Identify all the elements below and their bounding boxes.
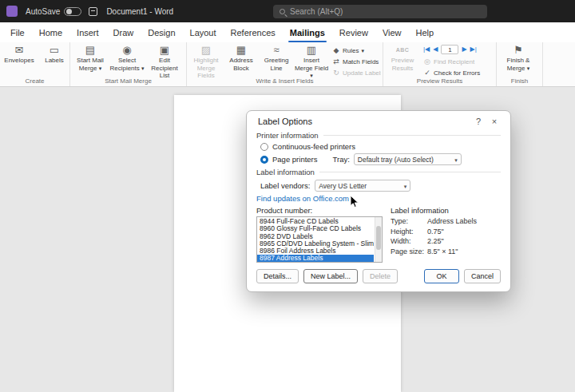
tab-references[interactable]: References <box>224 22 283 42</box>
product-list-item[interactable]: 8962 DVD Labels <box>257 233 374 240</box>
autosave-toggle[interactable] <box>64 7 81 16</box>
group-label-preview-results: Preview Results <box>385 77 494 86</box>
width-value: 2.25" <box>427 237 444 245</box>
width-label: Width: <box>391 237 427 245</box>
height-value: 0.75" <box>427 228 444 236</box>
chevron-down-icon <box>404 182 407 190</box>
address-block-button[interactable]: ▦ Address Block <box>224 43 259 72</box>
envelopes-button[interactable]: ✉ Envelopes <box>2 43 37 65</box>
ribbon-tab-bar: File Home Insert Draw Design Layout Refe… <box>0 22 575 42</box>
new-label-button[interactable]: New Label... <box>303 269 358 283</box>
autosave-control: AutoSave <box>26 7 81 16</box>
find-recipient-icon: ◎ <box>423 57 431 65</box>
record-number-input[interactable] <box>441 45 458 54</box>
product-list-item[interactable]: 8986 Foil Address Labels <box>257 247 374 255</box>
tab-draw[interactable]: Draw <box>106 22 141 42</box>
product-list-item[interactable]: 8960 Glossy Full-Face CD Labels <box>257 225 374 232</box>
ribbon-group-finish: ⚑ Finish & Merge Finish <box>497 42 543 86</box>
mouse-cursor-icon <box>350 195 359 209</box>
tray-group: Tray: Default tray (Auto Select) <box>333 153 462 165</box>
rules-icon: ◆ <box>332 46 340 54</box>
previous-record-button[interactable]: ◀ <box>433 45 438 54</box>
toggle-knob <box>66 9 72 14</box>
group-label-write-insert-fields: Write & Insert Fields <box>188 77 381 86</box>
tab-design[interactable]: Design <box>141 22 182 42</box>
first-record-button[interactable]: |◀ <box>423 45 430 54</box>
chevron-down-icon <box>527 65 530 72</box>
help-icon[interactable]: ? <box>470 117 486 126</box>
page-size-value: 8.5" × 11" <box>427 247 458 255</box>
preview-results-icon: ABC <box>396 44 410 57</box>
radio-selected-icon <box>260 156 268 164</box>
finish-merge-button[interactable]: ⚑ Finish & Merge <box>498 43 538 72</box>
tab-review[interactable]: Review <box>332 22 375 42</box>
chevron-down-icon <box>310 72 313 77</box>
scrollbar-thumb[interactable] <box>376 226 381 250</box>
update-labels-icon: ↻ <box>332 69 340 77</box>
check-for-errors-icon: ✓ <box>423 69 431 77</box>
tab-mailings[interactable]: Mailings <box>283 22 332 42</box>
type-value: Address Labels <box>427 217 477 225</box>
start-mail-merge-button[interactable]: ▤ Start Mail Merge <box>72 43 109 72</box>
match-fields-button[interactable]: ⇄ Match Fields <box>332 57 381 65</box>
ribbon-group-preview-results: ABC Preview Results |◀ ◀ ▶ ▶| ◎ Find Rec… <box>383 42 497 86</box>
check-for-errors-button[interactable]: ✓ Check for Errors <box>423 69 480 77</box>
tab-insert[interactable]: Insert <box>69 22 106 42</box>
label-vendors-row: Label vendors: Avery US Letter <box>260 180 501 192</box>
page-printers-radio[interactable]: Page printers Tray: Default tray (Auto S… <box>260 153 501 165</box>
tab-home[interactable]: Home <box>32 22 69 42</box>
next-record-button[interactable]: ▶ <box>462 45 466 54</box>
chevron-down-icon <box>141 65 145 72</box>
address-block-icon: ▦ <box>236 44 246 57</box>
edit-recipient-list-button[interactable]: ▣ Edit Recipient List <box>145 43 184 77</box>
details-button[interactable]: Details... <box>256 269 299 283</box>
tab-file[interactable]: File <box>3 22 32 42</box>
list-scrollbar[interactable] <box>375 217 382 262</box>
word-logo-icon <box>6 6 18 17</box>
save-icon[interactable] <box>89 7 97 16</box>
ok-button[interactable]: OK <box>424 269 459 283</box>
select-recipients-button[interactable]: ◉ Select Recipients <box>109 43 145 72</box>
continuous-feed-printers-radio[interactable]: Continuous-feed printers <box>260 142 501 151</box>
insert-merge-field-button[interactable]: ▥ Insert Merge Field <box>294 43 329 77</box>
label-vendors-select[interactable]: Avery US Letter <box>315 180 410 192</box>
tab-help[interactable]: Help <box>409 22 442 42</box>
label-vendors-label: Label vendors: <box>260 181 310 190</box>
ribbon-group-write-insert-fields: ▨ Highlight Merge Fields ▦ Address Block… <box>187 42 383 86</box>
document-title: Document1 - Word <box>106 7 173 16</box>
radio-unselected-icon <box>260 143 268 151</box>
close-icon[interactable]: × <box>486 117 502 126</box>
labels-icon: ▭ <box>50 44 59 57</box>
product-list-item-selected[interactable]: 8987 Address Labels <box>257 255 374 262</box>
tray-label: Tray: <box>333 155 350 164</box>
word-app-window: AutoSave Document1 - Word File Home Inse… <box>0 0 575 392</box>
dialog-title: Label Options <box>258 117 470 126</box>
tab-layout[interactable]: Layout <box>183 22 224 42</box>
height-label: Height: <box>391 228 427 236</box>
edit-recipient-list-icon: ▣ <box>160 44 169 57</box>
product-list-item[interactable]: 8944 Full-Face CD Labels <box>257 218 374 225</box>
tray-select[interactable]: Default tray (Auto Select) <box>354 153 462 165</box>
match-fields-icon: ⇄ <box>332 57 340 65</box>
autosave-label: AutoSave <box>26 7 60 16</box>
find-updates-link[interactable]: Find updates on Office.com <box>256 194 501 203</box>
ribbon-group-start-mail-merge: ▤ Start Mail Merge ◉ Select Recipients ▣… <box>70 42 187 86</box>
search-input[interactable] <box>290 7 481 16</box>
product-list-item[interactable]: 8965 CD/DVD Labeling System - Slim Line … <box>257 240 374 247</box>
dialog-header: Label Options ? × <box>247 111 510 129</box>
group-label-finish: Finish <box>498 77 541 86</box>
labels-button[interactable]: ▭ Labels <box>37 43 68 65</box>
envelopes-icon: ✉ <box>15 44 24 57</box>
greeting-line-button[interactable]: ≈ Greeting Line <box>259 43 294 72</box>
search-box[interactable] <box>273 5 487 18</box>
last-record-button[interactable]: ▶| <box>470 45 477 54</box>
rules-button[interactable]: ◆ Rules <box>332 46 381 54</box>
product-number-listbox[interactable]: 8944 Full-Face CD Labels 8960 Glossy Ful… <box>256 216 383 263</box>
cancel-button[interactable]: Cancel <box>464 269 501 283</box>
finish-merge-icon: ⚑ <box>514 44 523 57</box>
delete-button: Delete <box>363 269 398 283</box>
dialog-footer: Details... New Label... Delete OK Cancel <box>247 263 510 291</box>
preview-results-button: ABC Preview Results <box>385 43 420 72</box>
chevron-down-icon <box>454 156 458 164</box>
tab-view[interactable]: View <box>375 22 409 42</box>
